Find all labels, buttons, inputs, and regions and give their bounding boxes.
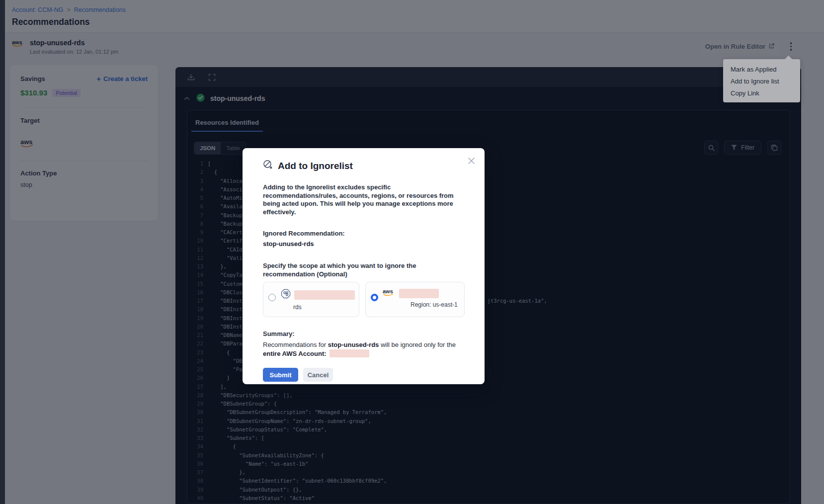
add-to-ignorelist-modal: Add to Ignorelist Adding to the Ignoreli… — [243, 148, 485, 384]
scope-option-resource[interactable]: rds — [263, 282, 359, 317]
radio-selected[interactable] — [371, 294, 378, 301]
ignored-recommendation-label: Ignored Recommendation: — [263, 230, 465, 237]
aws-logo-text: aws — [383, 288, 393, 294]
aws-logo-icon: aws — [383, 288, 396, 299]
ignored-recommendation-value: stop-unused-rds — [263, 240, 465, 248]
redacted-account-id — [399, 289, 439, 298]
ignore-icon — [263, 160, 273, 172]
modal-description: Adding to the Ignorelist excludes specif… — [263, 183, 454, 216]
scope-option-caption: rds — [293, 304, 355, 311]
summary-text: Recommendations for stop-unused-rds will… — [263, 340, 462, 358]
summary-part: Recommendations for — [263, 341, 328, 348]
close-icon[interactable] — [466, 155, 477, 166]
summary-scope-bold: entire AWS Account: — [263, 350, 327, 357]
scope-option-caption: Region: us-east-1 — [411, 301, 458, 308]
screen: Account: CCM-NG > Recommendations Recomm… — [0, 0, 824, 504]
scope-label: Specify the scope at which you want to i… — [263, 262, 463, 278]
submit-button[interactable]: Submit — [263, 368, 298, 382]
summary-part: will be ignored only for the — [379, 341, 456, 348]
service-nodes-icon — [280, 288, 291, 301]
redacted-account-id — [330, 349, 369, 357]
summary-recommendation-name: stop-unused-rds — [328, 341, 379, 348]
redacted-resource-name — [294, 290, 355, 300]
radio-unselected[interactable] — [268, 294, 276, 301]
modal-title: Add to Ignorelist — [278, 161, 353, 171]
summary-label: Summary: — [263, 330, 465, 337]
cancel-button[interactable]: Cancel — [303, 368, 333, 382]
scope-option-account[interactable]: aws Region: us-east-1 — [365, 282, 465, 317]
